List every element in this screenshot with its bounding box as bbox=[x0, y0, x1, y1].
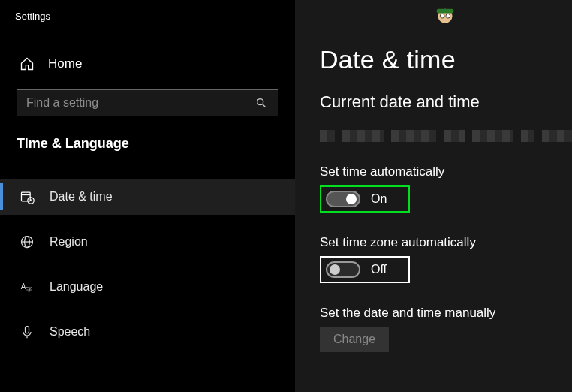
set-tz-auto-row: Off bbox=[320, 256, 410, 283]
page-title: Date & time bbox=[320, 45, 572, 74]
set-tz-auto-toggle[interactable] bbox=[326, 261, 360, 278]
home-icon bbox=[20, 56, 35, 71]
svg-line-1 bbox=[263, 104, 266, 107]
set-tz-auto-label: Set time zone automatically bbox=[320, 235, 572, 250]
svg-rect-15 bbox=[437, 9, 454, 14]
set-time-auto-toggle[interactable] bbox=[326, 191, 360, 207]
svg-rect-12 bbox=[26, 327, 29, 333]
svg-text:字: 字 bbox=[26, 285, 32, 293]
search-box[interactable] bbox=[17, 89, 278, 116]
app-title: Settings bbox=[0, 0, 295, 28]
home-nav[interactable]: Home bbox=[0, 49, 295, 79]
svg-text:A: A bbox=[21, 282, 26, 291]
search-icon bbox=[254, 95, 269, 110]
sidebar: Settings Home Time & Language Date & tim… bbox=[0, 0, 296, 392]
sidebar-item-label: Language bbox=[50, 280, 103, 294]
language-icon: A字 bbox=[20, 279, 35, 294]
sidebar-item-date-time[interactable]: Date & time bbox=[0, 179, 295, 215]
set-time-auto-state: On bbox=[371, 192, 387, 206]
microphone-icon bbox=[20, 324, 35, 339]
sidebar-item-label: Region bbox=[50, 235, 88, 249]
svg-rect-2 bbox=[22, 192, 31, 201]
section-title: Time & Language bbox=[0, 116, 295, 158]
search-input[interactable] bbox=[26, 96, 254, 110]
set-time-auto-row: On bbox=[320, 185, 410, 213]
avatar bbox=[431, 5, 459, 33]
svg-line-6 bbox=[31, 201, 32, 201]
sidebar-item-label: Speech bbox=[50, 325, 90, 339]
set-manual-label: Set the date and time manually bbox=[320, 306, 572, 321]
svg-point-0 bbox=[257, 99, 263, 105]
home-label: Home bbox=[48, 56, 82, 71]
svg-point-17 bbox=[446, 14, 450, 18]
set-tz-auto-state: Off bbox=[371, 263, 387, 276]
svg-point-16 bbox=[440, 14, 444, 18]
sidebar-item-region[interactable]: Region bbox=[0, 224, 295, 260]
change-button[interactable]: Change bbox=[320, 327, 389, 352]
subtitle: Current date and time bbox=[320, 92, 572, 112]
redacted-datetime bbox=[320, 130, 572, 142]
globe-icon bbox=[20, 234, 35, 249]
nav-list: Date & time Region A字 Language Speech bbox=[0, 179, 295, 350]
sidebar-item-language[interactable]: A字 Language bbox=[0, 269, 295, 305]
set-time-auto-label: Set time automatically bbox=[320, 164, 572, 179]
sidebar-item-speech[interactable]: Speech bbox=[0, 314, 295, 350]
sidebar-item-label: Date & time bbox=[50, 190, 113, 204]
calendar-clock-icon bbox=[20, 189, 35, 204]
main-panel: Date & time Current date and time Set ti… bbox=[296, 0, 572, 392]
